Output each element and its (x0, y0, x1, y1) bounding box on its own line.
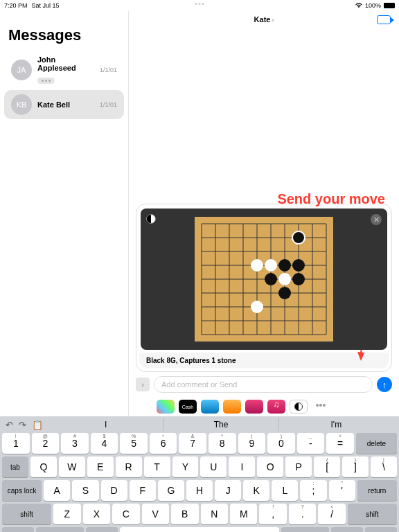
key[interactable]: {[ (314, 456, 340, 477)
chat-pane: Kate› Send your move ✕ (129, 11, 399, 416)
svg-point-28 (292, 273, 305, 285)
capslock-key[interactable]: caps lock (2, 480, 42, 501)
conversation-row[interactable]: KB Kate Bell 1/1/01 (4, 90, 124, 119)
key[interactable]: += (326, 433, 354, 454)
send-button[interactable]: ↑ (377, 377, 392, 392)
go-board-preview: ✕ (141, 209, 387, 350)
multitask-handle[interactable] (195, 3, 204, 5)
yinyang-icon (146, 214, 156, 224)
key[interactable]: B (171, 504, 198, 524)
convo-name: John Appleseed (37, 55, 94, 72)
key[interactable]: P (285, 456, 312, 477)
key[interactable]: *8 (209, 433, 236, 454)
key[interactable]: Y (172, 456, 199, 477)
memoji-app-icon[interactable] (223, 400, 241, 414)
svg-point-25 (292, 259, 305, 272)
key[interactable]: F (130, 480, 156, 501)
svg-point-26 (265, 273, 277, 285)
key[interactable]: @2 (32, 433, 60, 454)
key[interactable]: C (112, 504, 139, 524)
key[interactable]: W (59, 456, 85, 477)
redo-icon[interactable]: ↷ (19, 420, 26, 430)
key[interactable]: Q (30, 456, 57, 477)
key[interactable]: ^6 (150, 433, 177, 454)
key[interactable]: %5 (120, 433, 148, 454)
key[interactable]: R (116, 456, 142, 477)
dictation-key[interactable]: 🎤 (86, 527, 118, 532)
key[interactable]: X (83, 504, 110, 524)
attachment-caption: Black 8G, Captures 1 stone (139, 353, 389, 369)
key[interactable]: D (101, 480, 127, 501)
conversation-row[interactable]: JA John Appleseed 1/1/01 (4, 51, 124, 89)
key[interactable]: M (230, 504, 257, 524)
go-app-icon[interactable] (290, 400, 308, 414)
emoji-key[interactable]: ☺ (2, 527, 34, 532)
key[interactable]: (9 (238, 433, 266, 454)
key[interactable]: $4 (91, 433, 118, 454)
key[interactable]: }] (342, 456, 369, 477)
images-app-icon[interactable] (245, 400, 263, 414)
key[interactable]: ?. (289, 504, 316, 524)
tab-key[interactable]: tab (2, 456, 28, 477)
key[interactable]: !, (259, 504, 286, 524)
suggestion[interactable]: The (163, 418, 278, 431)
delete-key[interactable]: delete (356, 433, 397, 454)
numbers-key[interactable]: .?123 (281, 527, 329, 532)
battery-icon (384, 3, 395, 8)
shift-key[interactable]: shift (348, 504, 397, 524)
key[interactable]: "' (329, 480, 355, 501)
key[interactable]: )0 (267, 433, 295, 454)
chat-header[interactable]: Kate› (129, 11, 399, 28)
clipboard-icon[interactable]: 📋 (32, 420, 43, 430)
close-icon[interactable]: ✕ (371, 214, 382, 225)
svg-point-22 (251, 259, 263, 272)
message-input[interactable]: Add comment or Send (154, 376, 373, 393)
svg-point-27 (278, 273, 291, 285)
hide-keyboard-key[interactable]: ⌨ (365, 527, 397, 532)
key[interactable]: #3 (61, 433, 89, 454)
svg-marker-1 (357, 352, 364, 361)
key[interactable]: !1 (2, 433, 30, 454)
message-attachment[interactable]: ✕ (136, 204, 392, 372)
key[interactable]: H (186, 480, 213, 501)
status-date: Sat Jul 15 (32, 2, 60, 9)
key[interactable]: G (158, 480, 184, 501)
suggestion[interactable]: I'm (278, 418, 393, 431)
key[interactable]: E (87, 456, 114, 477)
key[interactable]: O (257, 456, 283, 477)
key[interactable]: I (229, 456, 255, 477)
key[interactable]: :; (300, 480, 326, 501)
key[interactable]: Z (53, 504, 80, 524)
sidebar-title: Messages (0, 11, 128, 50)
key[interactable]: J (215, 480, 241, 501)
key[interactable]: N (201, 504, 228, 524)
key[interactable]: _- (297, 433, 325, 454)
key[interactable]: S (72, 480, 98, 501)
return-key[interactable]: return (357, 480, 397, 501)
key[interactable]: A (44, 480, 70, 501)
expand-button[interactable]: › (136, 378, 150, 391)
applecash-app-icon[interactable]: Cash (179, 400, 197, 414)
key[interactable]: L (272, 480, 298, 501)
space-key[interactable] (120, 527, 279, 532)
audio-app-icon[interactable] (201, 400, 219, 414)
key[interactable]: &7 (179, 433, 206, 454)
key[interactable]: V (142, 504, 169, 524)
photos-app-icon[interactable] (157, 400, 175, 414)
typing-indicator (37, 78, 55, 84)
key[interactable]: U (200, 456, 227, 477)
suggestion[interactable]: I (48, 418, 163, 431)
app-strip: Cash ♫ ••• (129, 397, 399, 416)
svg-point-21 (292, 231, 305, 244)
key[interactable]: K (243, 480, 269, 501)
shift-key[interactable]: shift (2, 504, 51, 524)
more-apps-icon[interactable]: ••• (312, 400, 330, 414)
undo-icon[interactable]: ↶ (6, 420, 13, 430)
music-app-icon[interactable]: ♫ (267, 400, 285, 414)
scribble-key[interactable]: ✐ (331, 527, 363, 532)
numbers-key[interactable]: .?123 (36, 527, 84, 532)
video-call-icon[interactable] (377, 15, 391, 24)
key[interactable]: |\ (371, 456, 397, 477)
key[interactable]: </ (318, 504, 345, 524)
key[interactable]: T (144, 456, 170, 477)
